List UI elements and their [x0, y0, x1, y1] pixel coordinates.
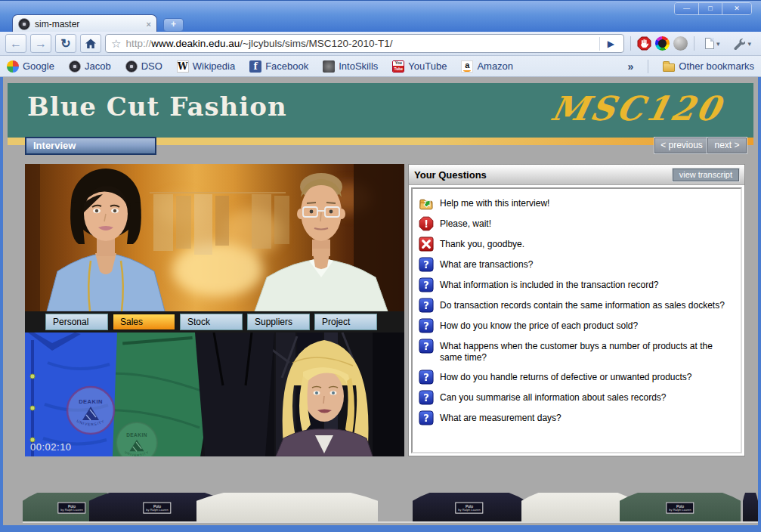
tools-menu-button[interactable]: ▾ — [728, 34, 756, 53]
questions-header: Your Questions view transcript — [409, 165, 744, 185]
dark-coat — [195, 332, 274, 456]
polo-label: Poloby Ralph Lauren — [57, 502, 85, 513]
bookmark-intoskills[interactable]: IntoSkills — [323, 60, 378, 73]
adblock-stop-hand-icon[interactable] — [637, 36, 651, 51]
question-item-help[interactable]: Help me with this interview! — [419, 196, 735, 211]
bookmark-jacob[interactable]: Jacob — [69, 60, 111, 73]
question-icon — [419, 339, 434, 354]
wrench-icon — [732, 37, 745, 50]
reload-button[interactable]: ↻ — [55, 34, 76, 53]
other-bookmarks-button[interactable]: Other bookmarks — [663, 60, 754, 72]
next-button[interactable]: next > — [707, 138, 747, 153]
tab-suppliers[interactable]: Suppliers — [247, 314, 310, 330]
course-code-badge: MSC120 — [547, 89, 725, 128]
interview-scene-bottom: DEAKIN UNIVERSITY DEAKIN UNIVERSITY 00:0… — [25, 332, 404, 456]
help-icon — [419, 196, 434, 211]
amazon-icon: a — [461, 60, 473, 73]
chevron-down-icon: ▾ — [716, 40, 720, 48]
window-titlebar: sim-master × + — □ ✕ — [0, 0, 761, 32]
window-controls: — □ ✕ — [674, 2, 752, 15]
question-icon — [419, 318, 434, 333]
question-icon — [419, 390, 434, 405]
url-host: www.deakin.edu.au — [151, 38, 240, 49]
shirt-strip: Poloby Ralph Lauren Poloby Ralph Lauren … — [23, 493, 758, 521]
polo-label: Poloby Ralph Lauren — [455, 502, 483, 513]
color-picker-extension-icon[interactable] — [655, 36, 670, 51]
url-path: /~jlcybuls/sims/MSC120-2010-T1/ — [240, 38, 392, 49]
bookmark-google[interactable]: Google — [7, 60, 54, 73]
bookmark-label: Jacob — [85, 60, 111, 72]
view-transcript-button[interactable]: view transcript — [673, 169, 739, 181]
toolbar-separator — [694, 36, 694, 51]
bookmark-youtube[interactable]: YouTube YouTube — [392, 60, 447, 73]
new-tab-button[interactable]: + — [163, 18, 184, 32]
question-item-goodbye[interactable]: Thank you, goodbye. — [419, 237, 735, 252]
back-button[interactable]: ← — [5, 34, 26, 53]
maximize-button[interactable]: □ — [698, 3, 722, 14]
questions-list: Help me with this interview! Please, wai… — [411, 187, 742, 453]
bookmark-label: Wikipedia — [193, 60, 235, 72]
question-icon — [419, 410, 434, 425]
question-item[interactable]: Can you summarise all information about … — [419, 390, 735, 405]
interview-video-area[interactable]: Personal Sales Stock Suppliers Project — [25, 164, 404, 456]
chevron-down-icon: ▾ — [747, 40, 751, 48]
bookmark-wikipedia[interactable]: W Wikipedia — [177, 60, 235, 73]
color-picker-hub — [658, 39, 667, 48]
question-icon — [419, 277, 434, 292]
question-icon — [419, 298, 434, 313]
question-item[interactable]: What are measurement days? — [419, 410, 735, 425]
bookmarks-overflow-chevron[interactable]: » — [628, 60, 634, 73]
deakin-watermark: DEAKIN UNIVERSITY — [67, 387, 114, 434]
previous-button[interactable]: < previous — [654, 138, 709, 153]
page-menu-button[interactable]: ▾ — [701, 34, 725, 53]
wait-icon — [419, 216, 434, 231]
watermark-text: DEAKIN — [126, 432, 147, 438]
browser-tab[interactable]: sim-master × — [12, 14, 157, 32]
question-item[interactable]: What information is included in the tran… — [419, 277, 735, 292]
watermark-text: DEAKIN — [79, 398, 103, 405]
question-item[interactable]: How do you handle returns of defective o… — [419, 370, 735, 385]
clothes-rack-backdrop — [150, 193, 289, 255]
globe-extension-icon[interactable] — [673, 36, 688, 51]
question-icon — [419, 370, 434, 385]
intoskills-icon — [323, 60, 335, 73]
folded-shirt-white — [521, 493, 635, 521]
questions-panel: Your Questions view transcript Help me w… — [408, 164, 745, 456]
question-item[interactable]: What happens when the customer buys a nu… — [419, 339, 735, 364]
deakin-shield-icon — [69, 60, 81, 73]
wikipedia-icon: W — [177, 60, 189, 73]
forward-button[interactable]: → — [30, 34, 51, 53]
question-item-wait[interactable]: Please, wait! — [419, 216, 735, 231]
folded-shirt-green: Poloby Ralph Lauren — [620, 493, 741, 521]
go-button[interactable]: ▶ — [599, 37, 622, 51]
facebook-icon: f — [249, 60, 261, 73]
bookmark-label: YouTube — [408, 60, 447, 72]
scene-bottom-graphic: DEAKIN UNIVERSITY DEAKIN UNIVERSITY — [25, 332, 404, 456]
home-icon — [85, 38, 97, 50]
question-item[interactable]: Do transaction records contain the same … — [419, 298, 735, 313]
bookmark-dso[interactable]: DSO — [125, 60, 162, 73]
tab-close-icon[interactable]: × — [147, 20, 151, 29]
google-icon — [7, 60, 19, 73]
tab-sales[interactable]: Sales — [113, 314, 175, 330]
tab-personal[interactable]: Personal — [45, 314, 108, 330]
url-scheme: http:// — [125, 38, 151, 49]
bookmark-star-icon[interactable]: ☆ — [111, 37, 121, 51]
close-button[interactable]: ✕ — [722, 3, 751, 14]
address-bar[interactable]: ☆ http://www.deakin.edu.au/~jlcybuls/sim… — [105, 34, 624, 53]
minimize-button[interactable]: — — [675, 3, 698, 14]
bookmark-label: Amazon — [477, 60, 513, 72]
toolbar-separator — [630, 36, 631, 51]
bookmark-facebook[interactable]: f Facebook — [249, 60, 308, 73]
page-content: Blue Cut Fashion MSC120 Interview < prev… — [3, 77, 758, 525]
goodbye-icon — [419, 237, 434, 252]
tab-interview[interactable]: Interview — [25, 137, 156, 155]
tab-project[interactable]: Project — [314, 314, 377, 330]
home-button[interactable] — [80, 34, 101, 53]
url-text[interactable]: http://www.deakin.edu.au/~jlcybuls/sims/… — [125, 38, 594, 49]
site-banner: Blue Cut Fashion MSC120 — [8, 83, 753, 138]
question-item[interactable]: What are transactions? — [419, 257, 735, 272]
bookmark-amazon[interactable]: a Amazon — [461, 60, 513, 73]
tab-stock[interactable]: Stock — [180, 314, 243, 330]
question-item[interactable]: How do you know the price of each produc… — [419, 318, 735, 333]
